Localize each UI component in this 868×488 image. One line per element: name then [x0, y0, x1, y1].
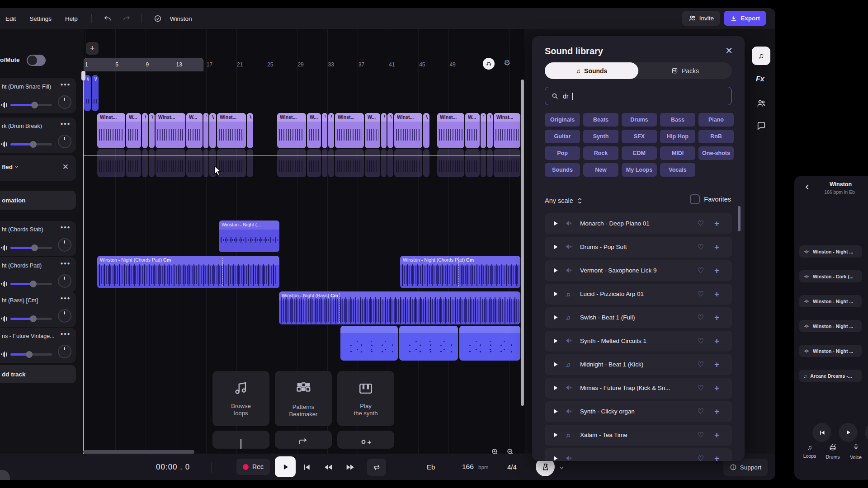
category-chip-originals[interactable]: Originals — [545, 113, 580, 127]
mini-loop-chip[interactable]: Winston - Night ... — [799, 245, 862, 258]
clip[interactable] — [156, 149, 185, 177]
helper-invite-collab-card[interactable] — [337, 431, 394, 449]
clip[interactable]: Winst... — [494, 113, 520, 148]
pan-knob[interactable] — [58, 238, 71, 252]
clip[interactable]: V — [328, 113, 334, 148]
preview-play-icon[interactable] — [552, 314, 559, 321]
clip[interactable]: Winst... — [156, 113, 185, 148]
favorite-heart-icon[interactable]: ♡ — [698, 266, 704, 275]
clip[interactable] — [97, 149, 125, 177]
clip[interactable]: W — [92, 75, 99, 111]
add-sound-icon[interactable]: + — [714, 266, 719, 276]
clip[interactable]: V — [203, 113, 208, 148]
skip-to-start-icon[interactable] — [302, 463, 311, 472]
metronome-caret-icon[interactable] — [559, 465, 564, 470]
category-chip-guitar[interactable]: Guitar — [545, 130, 580, 143]
remove-filter-icon[interactable]: ✕ — [62, 162, 69, 172]
mini-play-button[interactable] — [839, 423, 858, 442]
favorites-checkbox[interactable] — [690, 194, 700, 204]
clip[interactable] — [481, 149, 486, 177]
preview-play-icon[interactable] — [552, 220, 559, 227]
favorite-heart-icon[interactable]: ♡ — [698, 407, 704, 416]
volume-slider[interactable] — [10, 143, 52, 145]
clip[interactable]: Winst... — [437, 113, 464, 148]
category-chip-new[interactable]: New — [583, 163, 618, 177]
clip[interactable]: W — [84, 75, 91, 111]
export-button[interactable]: Export — [724, 11, 766, 26]
sound-search-input[interactable]: dr — [545, 87, 732, 105]
track-name[interactable]: rk (Drum Break) — [2, 123, 55, 129]
volume-slider[interactable] — [10, 318, 52, 320]
preview-play-icon[interactable] — [552, 432, 559, 438]
clip[interactable] — [423, 149, 429, 177]
category-chip-synth[interactable]: Synth — [583, 130, 618, 143]
favorite-heart-icon[interactable]: ♡ — [698, 243, 704, 251]
clip[interactable] — [365, 149, 380, 177]
sound-list-item[interactable]: Synth - Melted Circuits 1♡+ — [545, 331, 732, 352]
volume-slider[interactable] — [10, 104, 52, 106]
clip[interactable]: Winst... — [97, 113, 125, 148]
clip[interactable]: Winst... — [217, 113, 246, 148]
clip[interactable] — [387, 149, 393, 177]
rail-sound-library-button[interactable]: ♫ — [752, 47, 770, 65]
clip[interactable] — [186, 149, 203, 177]
clip[interactable]: V — [322, 113, 327, 148]
category-chip-beats[interactable]: Beats — [583, 113, 618, 127]
track-menu-icon[interactable]: ●●● — [60, 331, 71, 336]
mini-skip-start-button[interactable] — [812, 423, 831, 442]
add-sound-icon[interactable]: + — [714, 407, 719, 417]
clip[interactable]: Winst... — [277, 113, 306, 148]
pan-knob[interactable] — [58, 95, 71, 109]
category-chip-vocals[interactable]: Vocals — [660, 163, 695, 177]
record-button[interactable]: Rec — [236, 459, 270, 475]
sound-list-item[interactable]: ♫Xalam - Tea Time♡+ — [545, 425, 732, 446]
track-menu-icon[interactable]: ●●● — [60, 82, 71, 87]
sound-list-item[interactable]: ♡+ — [545, 448, 732, 461]
sound-list-item[interactable]: Mimas - Future Trap (Kick & Sn...♡+ — [545, 378, 732, 399]
category-chip-midi[interactable]: MIDI — [660, 146, 695, 160]
track-name[interactable]: ht (Bass) [Cm] — [2, 297, 55, 304]
back-chevron-icon[interactable] — [804, 184, 811, 190]
track-menu-icon[interactable]: ●●● — [60, 296, 71, 300]
clip[interactable]: V — [142, 113, 148, 148]
category-chip-rnb[interactable]: RnB — [698, 130, 734, 143]
clip[interactable] — [487, 149, 493, 177]
clip[interactable] — [328, 149, 334, 177]
pan-knob[interactable] — [58, 309, 71, 323]
category-chip-drums[interactable]: Drums — [622, 113, 657, 127]
clip[interactable]: W... — [126, 113, 141, 148]
clip[interactable] — [203, 149, 208, 177]
vertical-scrollbar[interactable] — [521, 80, 524, 406]
pan-knob[interactable] — [58, 135, 71, 148]
volume-slider[interactable] — [10, 247, 52, 249]
bar-ruler[interactable]: 15913172125293337414549 — [84, 58, 524, 71]
clip[interactable]: Winston - Night (Bass) Cm — [279, 291, 520, 324]
automation-button[interactable]: omation — [0, 191, 76, 210]
preview-play-icon[interactable] — [552, 291, 559, 297]
sound-list-item[interactable]: Synth - Clicky organ♡+ — [545, 401, 732, 422]
favorite-heart-icon[interactable]: ♡ — [698, 384, 704, 392]
track-menu-icon[interactable]: ●●● — [60, 121, 71, 126]
mini-loop-chip[interactable]: Winston - Night ... — [799, 295, 862, 307]
add-region-button[interactable]: + — [86, 42, 99, 55]
clip[interactable] — [126, 149, 141, 177]
clip[interactable] — [335, 149, 364, 177]
clip[interactable]: V — [423, 113, 429, 148]
add-sound-icon[interactable]: + — [714, 313, 719, 323]
sound-list-item[interactable]: Drums - Pop Soft♡+ — [545, 237, 732, 258]
rail-collaborators-icon[interactable] — [756, 99, 766, 108]
track-name[interactable]: ht (Chords Pad) — [2, 263, 55, 269]
favorite-heart-icon[interactable]: ♡ — [698, 219, 704, 228]
helper-card-patterns-beatmaker[interactable]: PatternsBeatmaker — [275, 371, 332, 426]
clip[interactable]: Winston - Night (Chords Pad) Cm — [97, 256, 279, 288]
preview-play-icon[interactable] — [552, 385, 559, 391]
clip[interactable]: V — [381, 113, 387, 148]
favorite-heart-icon[interactable]: ♡ — [698, 431, 704, 439]
rail-fx-button[interactable]: Fx — [756, 75, 764, 83]
clip[interactable] — [277, 149, 306, 177]
clip[interactable] — [247, 149, 253, 177]
clip[interactable]: V — [209, 113, 216, 148]
category-chip-one-shots[interactable]: One-shots — [698, 146, 734, 160]
menu-edit[interactable]: Edit — [5, 15, 16, 22]
preview-play-icon[interactable] — [552, 361, 559, 368]
